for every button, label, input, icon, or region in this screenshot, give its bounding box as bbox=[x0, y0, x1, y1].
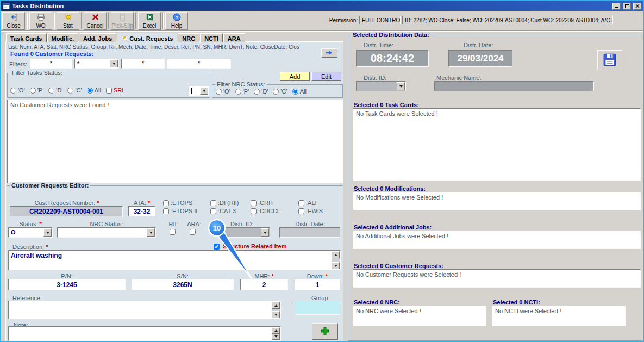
close-button[interactable]: Close bbox=[2, 12, 25, 30]
nrc-status-all-radio[interactable] bbox=[292, 89, 298, 95]
down-field[interactable] bbox=[295, 279, 340, 290]
scroll-down-button[interactable] bbox=[272, 334, 280, 340]
filter-input-1[interactable] bbox=[30, 59, 72, 69]
nrc-status-p-radio[interactable] bbox=[235, 89, 241, 95]
tasks-status-o-radio[interactable] bbox=[10, 88, 16, 94]
tab-nrc[interactable]: NRC bbox=[178, 33, 199, 42]
note-scrollbar[interactable] bbox=[272, 327, 280, 340]
ali-checkbox[interactable] bbox=[298, 200, 304, 206]
dropdown-button[interactable] bbox=[43, 228, 52, 237]
scroll-up-button[interactable] bbox=[332, 251, 340, 258]
ara-checkbox[interactable] bbox=[190, 229, 196, 235]
mechanic-name-label: Mechanic Name: bbox=[436, 74, 482, 81]
scroll-down-button[interactable] bbox=[272, 311, 280, 318]
excel-icon bbox=[145, 13, 154, 22]
dropdown-button[interactable] bbox=[147, 228, 155, 237]
selected-ncti-label: Selected 0 NCTI: bbox=[493, 299, 540, 306]
excel-button[interactable]: Excel bbox=[138, 12, 161, 30]
customer-requests-list[interactable]: No Customer Requests were Found ! bbox=[7, 100, 343, 183]
cat3-checkbox[interactable] bbox=[210, 208, 216, 214]
edit-button[interactable]: Edit bbox=[311, 72, 341, 81]
selected-additional-jobs-list[interactable]: No Additional Jobs were Selected ! bbox=[353, 231, 641, 249]
tab-cust-requests[interactable]: Cust. Requests bbox=[117, 33, 177, 43]
selected-nrc-label: Selected 0 NRC: bbox=[354, 299, 400, 306]
nrc-status-o-radio[interactable] bbox=[216, 89, 222, 95]
cdccl-checkbox[interactable] bbox=[251, 208, 257, 214]
ewis-checkbox[interactable] bbox=[298, 208, 304, 214]
sn-field[interactable] bbox=[132, 279, 234, 290]
tasks-status-radios: 'O' 'P' 'D' 'C' All SRI bbox=[10, 87, 128, 94]
group-field[interactable] bbox=[295, 301, 340, 315]
tasks-status-all-radio[interactable] bbox=[87, 88, 93, 94]
pn-field[interactable] bbox=[8, 279, 126, 290]
printer-icon bbox=[36, 13, 46, 22]
mhr-field[interactable] bbox=[240, 279, 288, 290]
crit-checkbox[interactable] bbox=[251, 200, 257, 206]
close-window-button[interactable] bbox=[633, 3, 641, 10]
tab-modific[interactable]: Modific. bbox=[47, 33, 79, 42]
editor-distr-id-combo[interactable] bbox=[218, 227, 270, 238]
rii-checkbox[interactable] bbox=[170, 229, 176, 235]
tasks-status-p-radio[interactable] bbox=[30, 88, 36, 94]
tab-ara[interactable]: ARA bbox=[223, 33, 245, 42]
selected-customer-requests-list[interactable]: No Customer Requests were Selected ! bbox=[353, 269, 641, 288]
dropdown-button[interactable] bbox=[200, 87, 208, 95]
wo-button[interactable]: WO bbox=[29, 12, 52, 30]
maximize-button[interactable] bbox=[623, 3, 631, 10]
selected-ncti-list[interactable]: No NCTI were Selected ! bbox=[492, 306, 626, 326]
sri-checkbox[interactable] bbox=[106, 88, 112, 94]
nrc-status-combo[interactable] bbox=[57, 227, 156, 238]
filter-input-2[interactable] bbox=[121, 59, 165, 69]
filter-input-3[interactable] bbox=[167, 59, 231, 69]
selected-modifications-label: Selected 0 Modifications: bbox=[354, 185, 426, 192]
tab-ncti[interactable]: NCTI bbox=[200, 33, 223, 42]
tasks-group-combo[interactable] bbox=[189, 86, 209, 96]
tab-add-jobs[interactable]: Add. Jobs bbox=[79, 33, 116, 42]
minimize-button[interactable] bbox=[612, 3, 621, 10]
scroll-up-button[interactable] bbox=[272, 327, 280, 334]
dropdown-button[interactable] bbox=[261, 228, 269, 237]
tab-task-cards[interactable]: Task Cards bbox=[6, 33, 47, 42]
selected-task-cards-list[interactable]: No Task Cards were Selected ! bbox=[353, 108, 641, 181]
distribution-distr-id-combo[interactable] bbox=[356, 81, 406, 91]
help-button[interactable]: ? Help bbox=[165, 12, 188, 30]
etops-checkbox[interactable] bbox=[163, 200, 169, 206]
status-combo[interactable]: O bbox=[8, 227, 53, 238]
dropdown-button[interactable] bbox=[397, 82, 405, 90]
add-button[interactable]: Add bbox=[280, 72, 310, 81]
selected-modifications-list[interactable]: No Modifications were Selected ! bbox=[353, 192, 641, 210]
dropdown-button[interactable] bbox=[110, 60, 118, 67]
scroll-down-button[interactable] bbox=[332, 262, 340, 269]
arrow-down-icon bbox=[274, 335, 278, 338]
description-scrollbar[interactable] bbox=[332, 251, 340, 269]
reference-field[interactable] bbox=[8, 301, 281, 319]
cust-request-number-label: Cust Request Number: * bbox=[10, 200, 124, 206]
mechanic-name-field[interactable] bbox=[434, 81, 594, 91]
filter-combo[interactable]: * bbox=[74, 59, 119, 69]
scroll-up-button[interactable] bbox=[272, 302, 280, 309]
selected-nrc-list[interactable]: No NRC were Selected ! bbox=[353, 306, 486, 326]
di-rii-checkbox[interactable] bbox=[210, 200, 216, 206]
note-field[interactable] bbox=[8, 326, 281, 341]
cust-request-number-field[interactable] bbox=[10, 206, 123, 216]
tasks-status-c-radio[interactable] bbox=[67, 88, 73, 94]
next-arrow-button[interactable] bbox=[321, 48, 337, 58]
nrc-status-d-radio[interactable] bbox=[254, 89, 260, 95]
chevron-down-icon bbox=[112, 63, 116, 65]
description-field[interactable]: Aircraft washing bbox=[8, 250, 341, 270]
stat-button[interactable]: Stat bbox=[57, 12, 79, 30]
etops2-checkbox[interactable] bbox=[163, 208, 169, 214]
structure-related-checkbox[interactable] bbox=[214, 244, 220, 250]
distribution-title: Selected Distribution Data: bbox=[351, 32, 431, 38]
add-item-button[interactable] bbox=[312, 323, 338, 340]
reference-scrollbar[interactable] bbox=[272, 302, 280, 318]
cancel-button[interactable]: Cancel bbox=[84, 12, 107, 30]
save-button[interactable] bbox=[597, 50, 622, 70]
tasks-distribution-window: Tasks Distribution Close WO Stat Cancel … bbox=[0, 0, 644, 342]
editor-distr-date-field[interactable] bbox=[279, 227, 340, 238]
app-icon bbox=[3, 3, 10, 10]
ata-field[interactable] bbox=[128, 206, 155, 216]
nrc-status-c-radio[interactable] bbox=[273, 89, 279, 95]
tasks-status-d-radio[interactable] bbox=[48, 88, 54, 94]
ata-label: ATA: * bbox=[123, 200, 161, 206]
